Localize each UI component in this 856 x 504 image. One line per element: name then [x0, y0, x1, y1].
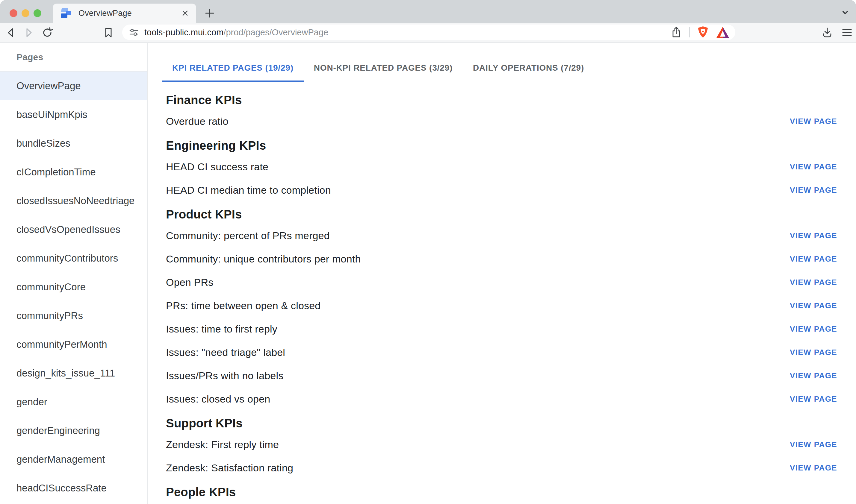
sidebar-item-bundlesizes[interactable]: bundleSizes: [0, 129, 147, 158]
view-page-link[interactable]: VIEW PAGE: [786, 251, 841, 267]
tab-title: OverviewPage: [78, 9, 132, 18]
kpi-label: HEAD CI median time to completion: [166, 184, 331, 196]
pages-sidebar: Pages OverviewPage baseUiNpmKpis bundleS…: [0, 43, 148, 504]
section-title-people: People KPIs: [166, 484, 837, 500]
main-content: KPI RELATED PAGES (19/29) NON-KPI RELATE…: [148, 43, 856, 504]
kpi-row: Community: unique contributors per month…: [166, 247, 837, 271]
tab-daily-operations[interactable]: DAILY OPERATIONS (7/29): [463, 55, 594, 82]
bat-triangle-icon[interactable]: [716, 26, 729, 38]
view-page-link[interactable]: VIEW PAGE: [786, 345, 841, 360]
kpi-row: Issues: time to first reply VIEW PAGE: [166, 317, 837, 341]
kpi-row: Overdue ratio VIEW PAGE: [166, 110, 837, 133]
tab-non-kpi-related-pages[interactable]: NON-KPI RELATED PAGES (3/29): [304, 55, 463, 82]
sidebar-item-communitycore[interactable]: communityCore: [0, 273, 147, 301]
toolpad-favicon: [60, 8, 72, 19]
sidebar-page-list: OverviewPage baseUiNpmKpis bundleSizes c…: [0, 72, 147, 503]
download-icon[interactable]: [820, 23, 835, 42]
url-bar[interactable]: tools-public.mui.com/prod/pages/Overview…: [122, 24, 735, 40]
sidebar-item-genderengineering[interactable]: genderEngineering: [0, 416, 147, 445]
view-page-link[interactable]: VIEW PAGE: [786, 298, 841, 313]
window-zoom-button[interactable]: [34, 9, 41, 17]
view-page-link[interactable]: VIEW PAGE: [786, 392, 841, 407]
view-page-link[interactable]: VIEW PAGE: [786, 228, 841, 243]
section-title-product: Product KPIs: [166, 206, 837, 223]
view-page-link[interactable]: VIEW PAGE: [786, 275, 841, 290]
kpi-row: HEAD CI success rate VIEW PAGE: [166, 155, 837, 178]
sidebar-item-design-kits-issue-111[interactable]: design_kits_issue_111: [0, 359, 147, 388]
sidebar-item-communitycontributors[interactable]: communityContributors: [0, 244, 147, 273]
sidebar-item-communityprs[interactable]: communityPRs: [0, 301, 147, 330]
sidebar-item-gender[interactable]: gender: [0, 388, 147, 416]
hamburger-menu-icon[interactable]: [840, 23, 854, 42]
tune-icon[interactable]: [129, 27, 139, 37]
view-page-link[interactable]: VIEW PAGE: [786, 183, 841, 198]
kpi-label: Open PRs: [166, 276, 213, 288]
browser-tab[interactable]: OverviewPage: [53, 4, 196, 23]
kpi-row: HEAD CI median time to completion VIEW P…: [166, 178, 837, 202]
sidebar-item-closedissuesnoneedtriage[interactable]: closedIssuesNoNeedtriage: [0, 186, 147, 215]
sidebar-item-baseuinpmkpis[interactable]: baseUiNpmKpis: [0, 100, 147, 129]
kpi-row: Community: percent of PRs merged VIEW PA…: [166, 224, 837, 247]
view-page-link[interactable]: VIEW PAGE: [786, 159, 841, 175]
kpi-label: Zendesk: Satisfaction rating: [166, 462, 293, 474]
kpi-label: Issues: time to first reply: [166, 323, 277, 335]
kpi-row: Open PRs VIEW PAGE: [166, 271, 837, 294]
reload-icon[interactable]: [40, 23, 54, 42]
kpi-label: Issues: closed vs open: [166, 393, 270, 405]
kpi-label: PRs: time between open & closed: [166, 300, 320, 311]
view-page-link[interactable]: VIEW PAGE: [786, 114, 841, 129]
section-title-engineering: Engineering KPIs: [166, 137, 837, 154]
sidebar-item-gendermanagement[interactable]: genderManagement: [0, 445, 147, 474]
window-controls: [10, 9, 41, 17]
kpi-label: Overdue ratio: [166, 115, 228, 127]
view-page-link[interactable]: VIEW PAGE: [786, 437, 841, 452]
tab-kpi-related-pages[interactable]: KPI RELATED PAGES (19/29): [162, 55, 304, 82]
sidebar-item-overviewpage[interactable]: OverviewPage: [0, 72, 147, 100]
new-tab-button[interactable]: [204, 8, 215, 19]
kpi-label: Community: unique contributors per month: [166, 253, 361, 265]
url-domain: tools-public.mui.com: [144, 28, 224, 37]
sidebar-item-cicompletiontime[interactable]: cICompletionTime: [0, 158, 147, 186]
url-text: tools-public.mui.com/prod/pages/Overview…: [144, 28, 328, 37]
sidebar-item-communitypermonth[interactable]: communityPerMonth: [0, 330, 147, 359]
kpi-row: Zendesk: Satisfaction rating VIEW PAGE: [166, 456, 837, 480]
sidebar-item-closedvsopenedissues[interactable]: closedVsOpenedIssues: [0, 215, 147, 244]
kpi-row: Issues: "need triage" label VIEW PAGE: [166, 341, 837, 364]
kpi-row: Issues/PRs with no labels VIEW PAGE: [166, 364, 837, 387]
section-title-finance: Finance KPIs: [166, 92, 837, 108]
kpi-label: Zendesk: First reply time: [166, 439, 279, 450]
kpi-row: Issues: closed vs open VIEW PAGE: [166, 387, 837, 411]
view-page-link[interactable]: VIEW PAGE: [786, 321, 841, 337]
category-tabs: KPI RELATED PAGES (19/29) NON-KPI RELATE…: [162, 55, 837, 82]
kpi-row: PRs: time between open & closed VIEW PAG…: [166, 294, 837, 317]
kpi-label: Issues: "need triage" label: [166, 346, 285, 358]
brave-shield-icon[interactable]: [697, 26, 709, 39]
kpi-row: Zendesk: First reply time VIEW PAGE: [166, 433, 837, 456]
share-icon[interactable]: [670, 26, 682, 38]
browser-toolbar: tools-public.mui.com/prod/pages/Overview…: [0, 23, 856, 43]
view-page-link[interactable]: VIEW PAGE: [786, 460, 841, 475]
kpi-label: Issues/PRs with no labels: [166, 370, 283, 382]
toolbar-divider: [689, 27, 690, 37]
forward-arrow-icon[interactable]: [21, 23, 36, 42]
window-close-button[interactable]: [10, 9, 17, 17]
tab-search-chevron-down-icon[interactable]: [839, 7, 851, 18]
view-page-link[interactable]: VIEW PAGE: [786, 368, 841, 383]
sidebar-item-headcisuccessrate[interactable]: headCISuccessRate: [0, 474, 147, 503]
sidebar-header: Pages: [0, 43, 147, 72]
back-arrow-icon[interactable]: [4, 23, 18, 42]
tab-close-icon[interactable]: [180, 9, 190, 18]
bookmark-icon[interactable]: [101, 23, 116, 42]
window-minimize-button[interactable]: [21, 9, 29, 17]
kpi-label: Community: percent of PRs merged: [166, 230, 330, 241]
url-path: /prod/pages/OverviewPage: [224, 28, 328, 37]
section-title-support: Support KPIs: [166, 415, 837, 432]
kpi-label: HEAD CI success rate: [166, 161, 268, 173]
browser-tab-strip: OverviewPage: [0, 0, 856, 23]
